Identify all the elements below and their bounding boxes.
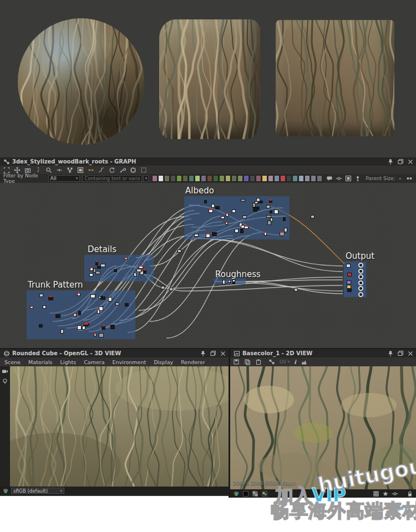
node-preset-swatch[interactable] [286,175,292,182]
view2d-titlebar[interactable]: Basecolor_1 - 2D VIEW [230,349,416,357]
colorspace-dropdown[interactable]: sRGB (default)▾ [11,488,64,494]
pin-icon[interactable] [387,350,394,357]
node[interactable] [108,297,112,301]
node[interactable] [83,324,88,326]
node[interactable] [209,209,213,213]
node[interactable] [60,329,64,334]
node[interactable] [266,205,270,208]
node[interactable] [100,296,105,300]
node-preset-swatch[interactable] [231,175,237,182]
node[interactable] [143,269,146,274]
node-type-dropdown[interactable]: All▾ [48,175,80,182]
parent-size-expand[interactable]: » [398,176,402,181]
link-info-icon[interactable]: i [35,167,42,173]
node-group-albedo[interactable] [184,196,290,239]
close-icon[interactable] [407,158,414,165]
graph-link-icon[interactable] [268,359,275,365]
node-preset-swatch[interactable] [158,175,164,182]
reroute-icon[interactable] [98,167,105,173]
menu-scene[interactable]: Scene [4,359,21,365]
node-preset-swatch[interactable] [213,175,219,182]
rotate-icon[interactable] [109,167,115,173]
node[interactable] [95,271,100,274]
node-preset-swatch[interactable] [176,175,182,182]
node[interactable] [244,226,248,229]
link-icon[interactable] [88,167,94,173]
output-node[interactable] [358,280,363,285]
node[interactable] [206,233,210,238]
node-preset-swatch[interactable] [189,175,194,182]
node[interactable] [211,204,215,208]
tiling-grid-icon[interactable] [373,490,379,497]
node[interactable] [77,325,82,330]
node[interactable] [255,201,258,204]
node[interactable] [90,267,93,271]
node[interactable] [136,269,141,272]
node-preset-swatch[interactable] [317,175,322,182]
node[interactable] [100,264,105,267]
menu-environment[interactable]: Environment [112,359,146,365]
node-preset-swatch[interactable] [219,175,225,182]
camera-icon[interactable] [2,368,8,375]
node[interactable] [221,216,225,219]
node[interactable] [114,269,117,272]
close-icon[interactable] [407,350,414,357]
output-node[interactable] [358,292,363,297]
dot-node-icon[interactable] [336,175,342,182]
node[interactable] [124,257,128,260]
node-preset-swatch[interactable] [195,175,200,182]
node[interactable] [346,264,351,268]
node[interactable] [48,296,53,300]
node[interactable] [269,200,272,203]
node[interactable] [99,333,104,337]
thumbnail-icon[interactable] [77,167,84,173]
node-preset-swatch[interactable] [280,175,286,182]
node[interactable] [139,265,143,269]
snapshot-icon[interactable] [24,167,31,173]
node[interactable] [253,207,257,212]
node[interactable] [39,324,43,328]
menu-renderer[interactable]: Renderer [181,359,205,365]
node[interactable] [283,217,286,221]
node[interactable] [82,326,85,330]
node[interactable] [110,325,115,329]
node[interactable] [125,303,129,306]
node[interactable] [89,273,93,277]
node-preset-swatch[interactable] [250,175,255,182]
node[interactable] [102,325,105,330]
node[interactable] [270,211,272,213]
background-black-swatch[interactable] [242,490,249,497]
filtering-icon[interactable] [382,490,389,497]
node[interactable] [177,249,181,253]
fit-frame-icon[interactable] [140,167,147,173]
output-node[interactable] [358,269,363,274]
view3d-viewport[interactable] [10,366,229,487]
graph-titlebar[interactable]: 3dex_Stylized_woodBark_roots - GRAPH [0,157,416,166]
comment-icon[interactable] [326,175,333,182]
node[interactable] [267,221,271,225]
node-preset-swatch[interactable] [170,175,176,182]
restore-icon[interactable] [210,350,216,357]
node[interactable] [284,228,287,232]
node-preset-swatch[interactable] [182,175,188,182]
node[interactable] [78,311,81,315]
pin-icon[interactable] [200,350,206,357]
node[interactable] [242,216,247,218]
lightbulb-icon[interactable] [2,378,8,385]
output-node[interactable] [358,263,363,268]
menu-materials[interactable]: Materials [28,359,53,365]
output-node[interactable] [358,274,363,279]
node[interactable] [115,303,119,305]
graph-canvas[interactable]: AlbedoDetailsTrunk PatternRoughnessOutpu… [0,183,416,348]
pin-icon[interactable] [387,158,394,165]
channels-icon[interactable] [392,490,398,497]
save-icon[interactable] [233,359,240,365]
pin-input-icon[interactable] [354,175,361,182]
node-preset-swatch[interactable] [292,175,298,182]
histogram-icon[interactable] [301,359,307,365]
node[interactable] [241,199,245,202]
background-checker-swatch[interactable] [252,490,258,497]
zoom-icon[interactable] [45,167,52,173]
node[interactable] [347,273,352,277]
node-preset-swatch[interactable] [298,175,304,182]
